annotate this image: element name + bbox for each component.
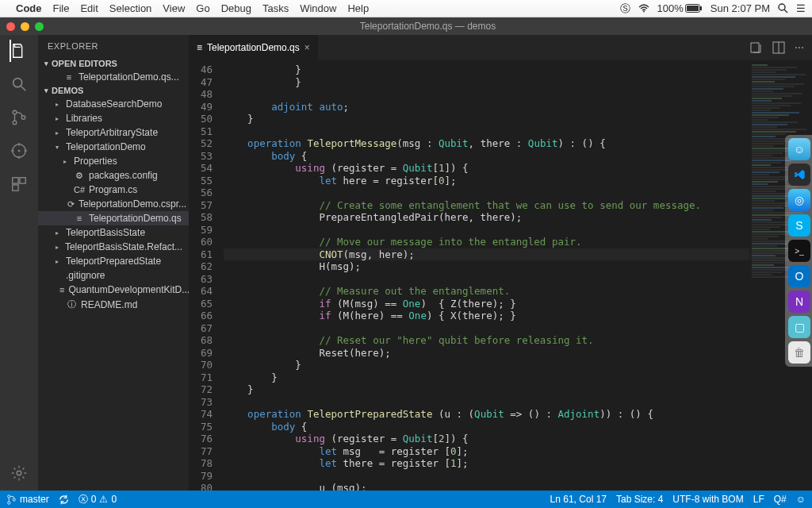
tree-item[interactable]: ≡QuantumDevelopmentKitD... [38,283,189,297]
svg-rect-3 [700,6,702,10]
macos-dock: ☺ ◎ S >_ O N ▢ 🗑 [785,135,812,367]
sync-icon[interactable] [59,495,69,505]
svg-point-4 [779,4,785,10]
encoding[interactable]: UTF-8 with BOM [672,494,743,505]
sidebar-title: EXPLORER [38,35,189,57]
macos-menubar: Code FileEditSelectionViewGoDebugTasksWi… [0,0,812,17]
compare-changes-icon[interactable] [750,41,763,54]
file-icon: ≡ [197,42,202,53]
tree-item[interactable]: ⟳TeleportationDemo.cspr... [38,197,189,211]
language-mode[interactable]: Q# [774,494,787,505]
dock-folder-icon[interactable]: ▢ [788,316,810,338]
settings-icon[interactable] [10,464,29,483]
svg-rect-2 [687,6,699,11]
svg-point-12 [18,150,21,152]
git-branch[interactable]: master [6,494,49,505]
dock-vscode-icon[interactable] [788,164,810,186]
dock-outlook-icon[interactable]: O [788,265,810,287]
tree-item[interactable]: ≡TeleportationDemo.qs [38,211,189,225]
app-name[interactable]: Code [16,2,42,14]
svg-line-7 [21,87,26,91]
dock-trash-icon[interactable]: 🗑 [788,341,810,364]
activity-bar [0,35,38,491]
tree-item[interactable]: ⚙packages.config [38,168,189,183]
close-tab-icon[interactable]: × [304,42,310,53]
menu-debug[interactable]: Debug [221,2,251,14]
debug-icon[interactable] [10,141,29,160]
search-icon[interactable] [10,75,29,94]
menu-view[interactable]: View [163,2,185,14]
dock-safari-icon[interactable]: ◎ [788,189,810,211]
svg-point-8 [13,110,17,114]
source-control-icon[interactable] [10,108,29,127]
battery-status[interactable]: 100% [657,2,703,14]
explorer-icon[interactable] [10,41,29,60]
clock[interactable]: Sun 2:07 PM [710,2,770,14]
cursor-position[interactable]: Ln 61, Col 17 [550,494,607,505]
menu-help[interactable]: Help [347,2,369,14]
eol[interactable]: LF [753,494,764,505]
tree-item[interactable]: ⓘREADME.md [38,297,189,312]
tab-teleportationdemo[interactable]: ≡ TeleportationDemo.qs × [189,35,319,60]
skype-status-icon[interactable]: Ⓢ [620,2,630,16]
tree-item[interactable]: .gitignore [38,268,189,283]
svg-point-26 [13,498,15,500]
svg-line-5 [784,10,787,13]
more-actions-icon[interactable]: ⋯ [795,42,804,53]
svg-rect-19 [13,185,18,190]
split-editor-icon[interactable] [772,41,785,54]
menu-file[interactable]: File [53,2,70,14]
tree-item[interactable]: ▸TeleportArbitraryState [38,125,189,140]
svg-rect-18 [20,178,25,183]
tree-item[interactable]: ▸TeleportPreparedState [38,254,189,268]
svg-point-24 [8,495,10,497]
spotlight-icon[interactable] [778,3,788,13]
code-editor[interactable]: 4647484950515253545556575859606162636465… [189,64,812,491]
menu-tasks[interactable]: Tasks [262,2,289,14]
menu-selection[interactable]: Selection [109,2,151,14]
svg-point-6 [13,79,22,87]
svg-point-0 [643,11,645,13]
line-gutter: 4647484950515253545556575859606162636465… [189,64,224,491]
window-title: TeleportationDemo.qs — demos [50,21,806,32]
dock-onenote-icon[interactable]: N [788,291,810,313]
tab-size[interactable]: Tab Size: 4 [616,494,663,505]
status-bar: master ⓧ0 ⚠0 Ln 61, Col 17 Tab Size: 4 U… [0,491,812,508]
editor-tabbar: ≡ TeleportationDemo.qs × ⋯ [189,35,812,60]
menu-window[interactable]: Window [300,2,336,14]
notifications-icon[interactable]: ☰ [796,2,806,14]
svg-point-10 [21,116,25,120]
tree-item[interactable]: ▸DatabaseSearchDemo [38,97,189,111]
tree-item[interactable]: ▸Properties [38,154,189,168]
window-titlebar: TeleportationDemo.qs — demos [0,17,812,35]
tree-item[interactable]: ▸Libraries [38,111,189,125]
code-lines[interactable]: } } adjoint auto; } operation TeleportMe… [224,64,812,491]
tree-item[interactable]: C#Program.cs [38,183,189,197]
extensions-icon[interactable] [10,175,29,194]
dock-skype-icon[interactable]: S [788,214,810,237]
close-window[interactable] [6,22,15,31]
open-editors-section[interactable]: ▾OPEN EDITORS [38,57,189,70]
menu-go[interactable]: Go [196,2,209,14]
editor-group: ≡ TeleportationDemo.qs × ⋯ 4647484950515… [189,35,812,491]
svg-point-9 [13,121,17,125]
dock-terminal-icon[interactable]: >_ [788,240,810,262]
feedback-icon[interactable]: ☺ [796,494,806,505]
wifi-icon[interactable] [638,4,649,13]
tree-item[interactable]: ▸TeleportBasisState.Refact... [38,240,189,254]
window-controls [6,22,44,31]
problems-status[interactable]: ⓧ0 ⚠0 [79,493,117,506]
menu-edit[interactable]: Edit [80,2,98,14]
svg-point-25 [8,501,10,503]
sidebar-explorer: EXPLORER ▾OPEN EDITORS ≡TeleportationDem… [38,35,189,491]
open-editor-item[interactable]: ≡TeleportationDemo.qs... [38,70,189,84]
svg-rect-17 [13,178,18,183]
svg-rect-21 [751,43,759,52]
tree-item[interactable]: ▾TeleportationDemo [38,140,189,154]
svg-point-20 [17,471,21,475]
dock-finder-icon[interactable]: ☺ [788,138,810,160]
zoom-window[interactable] [35,22,44,31]
minimize-window[interactable] [21,22,29,31]
tree-item[interactable]: ▸TeleportBasisState [38,225,189,240]
workspace-section[interactable]: ▾DEMOS [38,84,189,97]
